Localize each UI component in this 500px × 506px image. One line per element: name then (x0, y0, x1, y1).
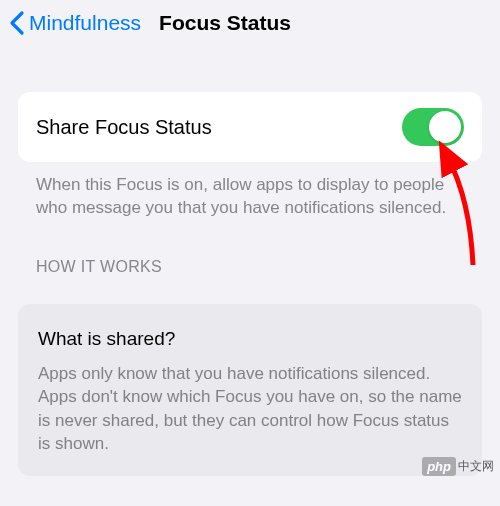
content-area: Share Focus Status When this Focus is on… (0, 92, 500, 476)
toggle-knob (429, 111, 461, 143)
watermark-brand: php (427, 459, 451, 474)
share-focus-status-row: Share Focus Status (18, 92, 482, 162)
page-title: Focus Status (159, 11, 291, 35)
watermark-text: 中文网 (458, 458, 494, 475)
watermark: php 中文网 (422, 457, 494, 476)
watermark-badge: php (422, 457, 456, 476)
back-chevron-icon[interactable] (8, 10, 25, 36)
share-focus-status-label: Share Focus Status (36, 116, 212, 139)
section-header-how-it-works: HOW IT WORKS (18, 220, 482, 286)
back-button-label[interactable]: Mindfulness (29, 11, 141, 35)
setting-description: When this Focus is on, allow apps to dis… (18, 162, 482, 220)
info-card: What is shared? Apps only know that you … (18, 304, 482, 476)
info-card-body: Apps only know that you have notificatio… (38, 362, 462, 456)
share-focus-status-toggle[interactable] (402, 108, 464, 146)
nav-bar: Mindfulness Focus Status (0, 0, 500, 46)
info-card-title: What is shared? (38, 328, 462, 350)
